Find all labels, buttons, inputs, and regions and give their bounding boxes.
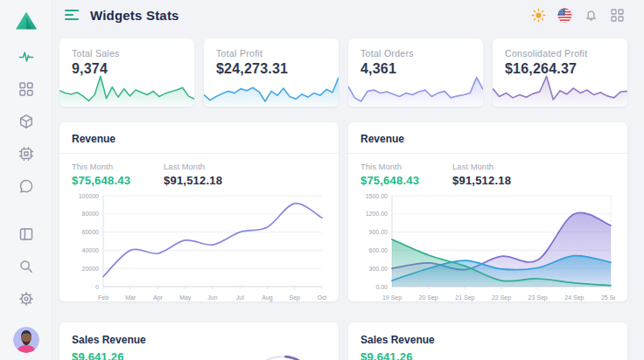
svg-text:Feb: Feb xyxy=(98,294,108,301)
stat-card-total-sales: Total Sales 9,374 xyxy=(60,38,194,107)
revenue-monthly-card: Revenue This Month $75,648.43 Last Month… xyxy=(60,122,339,301)
svg-text:23 Sep: 23 Sep xyxy=(528,294,548,301)
last-month-value: $91,512.18 xyxy=(452,174,511,187)
user-avatar[interactable] xyxy=(13,327,39,353)
gear-icon[interactable] xyxy=(18,291,34,307)
stats-row: Total Sales 9,374 Total Profit $24,273.3… xyxy=(60,38,627,107)
revenue-daily-card: Revenue This Month $75,648.43 Last Month… xyxy=(348,122,627,301)
apps-grid-icon[interactable] xyxy=(610,8,625,23)
svg-text:300.00: 300.00 xyxy=(369,266,388,272)
sparkline-chart xyxy=(60,73,194,107)
stat-label: Total Sales xyxy=(72,48,182,59)
stat-label: Consolidated Profit xyxy=(505,48,615,59)
svg-text:Oct: Oct xyxy=(318,294,326,301)
svg-text:20 Sep: 20 Sep xyxy=(419,294,438,301)
svg-text:20000: 20000 xyxy=(82,266,100,272)
svg-text:19 Sep: 19 Sep xyxy=(382,294,402,301)
last-month-block: Last Month $91,512.18 xyxy=(452,162,511,187)
cube-icon[interactable] xyxy=(18,114,34,129)
svg-text:Jun: Jun xyxy=(207,294,217,301)
sales-revenue-gauge-card: Sales Revenue $9,641.26 xyxy=(348,322,627,360)
svg-text:1500.00: 1500.00 xyxy=(366,193,388,199)
main-content: Total Sales 9,374 Total Profit $24,273.3… xyxy=(60,30,627,360)
menu-toggle-icon[interactable] xyxy=(65,10,80,20)
card-title: Revenue xyxy=(60,133,339,154)
svg-text:22 Sep: 22 Sep xyxy=(492,294,511,301)
svg-text:24 Sep: 24 Sep xyxy=(564,294,584,301)
top-header: Widgets Stats xyxy=(52,0,644,30)
revenue-summary: This Month $75,648.43 Last Month $91,512… xyxy=(360,162,615,187)
donut-chart xyxy=(234,328,332,360)
last-month-label: Last Month xyxy=(164,162,222,171)
svg-text:Apr: Apr xyxy=(153,294,164,301)
this-month-block: This Month $75,648.43 xyxy=(72,162,130,187)
sales-revenue-donut-card: Sales Revenue $9,641.26 xyxy=(60,322,339,360)
svg-text:25 Sep: 25 Sep xyxy=(601,294,615,301)
svg-text:Aug: Aug xyxy=(262,294,273,301)
svg-text:Mar: Mar xyxy=(125,294,136,301)
stat-card-total-orders: Total Orders 4,361 xyxy=(348,38,483,107)
revenue-area-chart: 0.00300.00600.00900.001200.001500.0019 S… xyxy=(360,189,615,301)
chip-icon[interactable] xyxy=(18,146,34,162)
revenue-summary: This Month $75,648.43 Last Month $91,512… xyxy=(72,162,326,187)
stat-label: Total Orders xyxy=(360,48,471,59)
grid-icon[interactable] xyxy=(18,81,34,97)
sales-revenue-row: Sales Revenue $9,641.26 Sales Revenue $9… xyxy=(60,322,627,360)
svg-text:60000: 60000 xyxy=(82,229,100,235)
last-month-label: Last Month xyxy=(452,162,511,171)
svg-text:Jul: Jul xyxy=(236,294,244,301)
layout-icon[interactable] xyxy=(18,226,34,242)
svg-text:Sep: Sep xyxy=(290,294,301,301)
this-month-value: $75,648.43 xyxy=(72,174,130,187)
chat-icon[interactable] xyxy=(18,178,34,194)
card-title: Revenue xyxy=(348,133,627,154)
activity-icon[interactable] xyxy=(18,49,34,65)
this-month-label: This Month xyxy=(360,162,419,171)
svg-text:21 Sep: 21 Sep xyxy=(455,294,474,301)
page-title: Widgets Stats xyxy=(90,8,179,23)
svg-text:900.00: 900.00 xyxy=(369,229,388,235)
this-month-block: This Month $75,648.43 xyxy=(360,162,419,187)
this-month-value: $75,648.43 xyxy=(360,174,419,187)
svg-text:40000: 40000 xyxy=(82,247,100,253)
sun-icon[interactable] xyxy=(531,8,546,23)
sparkline-chart xyxy=(348,73,483,107)
stat-label: Total Profit xyxy=(216,48,326,59)
stat-card-total-profit: Total Profit $24,273.31 xyxy=(204,38,339,107)
search-icon[interactable] xyxy=(18,259,34,274)
app-logo[interactable] xyxy=(15,9,38,35)
svg-text:80000: 80000 xyxy=(82,211,100,217)
sidebar-nav xyxy=(18,49,34,194)
sidebar-bottom-nav xyxy=(13,226,39,353)
svg-text:1200.00: 1200.00 xyxy=(366,211,388,217)
flag-us-icon[interactable] xyxy=(557,8,572,23)
last-month-value: $91,512.18 xyxy=(164,174,222,187)
gauge-chart xyxy=(522,328,620,360)
header-actions xyxy=(531,8,625,23)
svg-text:100000: 100000 xyxy=(79,193,99,199)
last-month-block: Last Month $91,512.18 xyxy=(164,162,222,187)
stat-card-consolidated-profit: Consolidated Profit $16,264.37 xyxy=(493,38,627,107)
sparkline-chart xyxy=(204,73,339,107)
bell-icon[interactable] xyxy=(584,8,598,23)
sidebar xyxy=(0,0,52,360)
svg-text:0.00: 0.00 xyxy=(375,284,388,290)
sparkline-chart xyxy=(493,73,627,107)
revenue-row: Revenue This Month $75,648.43 Last Month… xyxy=(60,122,627,301)
revenue-line-chart: 020000400006000080000100000FebMarAprMayJ… xyxy=(72,189,326,301)
svg-text:0: 0 xyxy=(95,284,99,290)
svg-text:May: May xyxy=(179,294,192,301)
svg-text:600.00: 600.00 xyxy=(369,247,388,253)
this-month-label: This Month xyxy=(72,162,130,171)
